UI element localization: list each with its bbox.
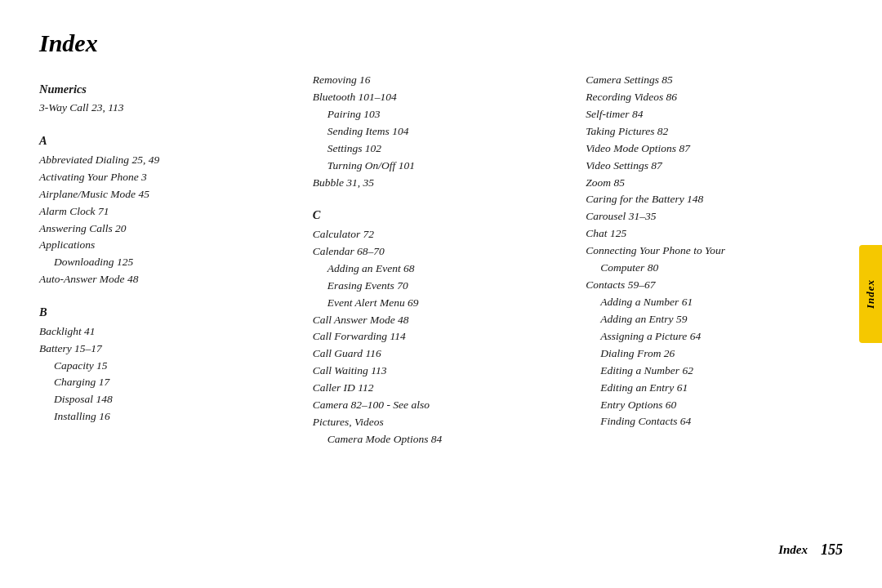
index-entry: Calendar 68–70 [313,243,570,261]
index-entry: Self-timer 84 [586,106,843,123]
index-entry: Recording Videos 86 [586,89,843,106]
index-entry: Computer 80 [586,260,843,277]
index-entry: Calculator 72 [313,226,570,243]
index-entry: Downloading 125 [39,254,296,271]
column-3: Camera Settings 85Recording Videos 86Sel… [586,72,843,533]
index-entry: Caller ID 112 [313,380,570,397]
index-entry: Call Waiting 113 [313,363,570,380]
section-header: C [313,206,570,224]
index-entry: Answering Calls 20 [39,220,296,238]
index-entry: Entry Options 60 [586,397,843,414]
index-entry: Backlight 41 [39,323,296,341]
index-entry: Call Answer Mode 48 [313,312,570,329]
index-entry: Applications [39,237,296,254]
index-entry: Assigning a Picture 64 [586,328,843,345]
index-entry: Disposal 148 [39,391,296,408]
index-entry: Turning On/Off 101 [313,158,570,175]
index-entry: Installing 16 [39,408,296,425]
index-entry: Camera Mode Options 84 [313,431,570,448]
index-entry: Zoom 85 [586,175,843,192]
index-entry: Pairing 103 [313,106,570,123]
index-entry: Bluetooth 101–104 [313,89,570,106]
index-entry: Adding a Number 61 [586,294,843,311]
index-entry: Video Mode Options 87 [586,140,843,158]
index-entry: Pictures, Videos [313,414,570,431]
page-container: Index Numerics3-Way Call 23, 113AAbbrevi… [0,0,882,588]
footer-label: Index [778,543,808,557]
index-entry: Carousel 31–35 [586,208,843,225]
index-entry: Auto-Answer Mode 48 [39,271,296,288]
index-entry: Removing 16 [313,72,570,89]
index-entry: Charging 17 [39,374,296,391]
footer-page: 155 [821,541,843,559]
index-entry: Dialing From 26 [586,345,843,363]
index-entry: Adding an Entry 59 [586,311,843,328]
index-entry: Airplane/Music Mode 45 [39,186,296,203]
columns-wrapper: Numerics3-Way Call 23, 113AAbbreviated D… [39,72,843,533]
index-entry: Call Guard 116 [313,345,570,363]
column-2: Removing 16Bluetooth 101–104Pairing 103S… [313,72,586,533]
section-header: A [39,131,296,149]
index-entry: Contacts 59–67 [586,277,843,294]
index-entry: Alarm Clock 71 [39,203,296,220]
index-entry: Finding Contacts 64 [586,413,843,430]
index-entry: Abbreviated Dialing 25, 49 [39,152,296,169]
index-entry: Erasing Events 70 [313,278,570,295]
side-tab: Index [859,245,882,343]
side-tab-label: Index [864,279,877,309]
footer: Index 155 [39,541,843,559]
index-entry: 3-Way Call 23, 113 [39,100,296,117]
index-entry: Call Forwarding 114 [313,328,570,345]
index-entry: Taking Pictures 82 [586,123,843,140]
page-title: Index [39,29,843,57]
index-entry: Battery 15–17 [39,341,296,358]
index-entry: Activating Your Phone 3 [39,169,296,186]
index-entry: Caring for the Battery 148 [586,191,843,208]
index-entry: Video Settings 87 [586,158,843,175]
index-entry: Camera 82–100 - See also [313,397,570,414]
section-header: Numerics [39,80,296,98]
index-entry: Capacity 15 [39,358,296,375]
index-entry: Connecting Your Phone to Your [586,243,843,260]
index-entry: Settings 102 [313,140,570,158]
column-1: Numerics3-Way Call 23, 113AAbbreviated D… [39,72,313,533]
index-entry: Bubble 31, 35 [313,175,570,192]
index-entry: Editing a Number 62 [586,363,843,380]
index-entry: Chat 125 [586,225,843,243]
index-entry: Editing an Entry 61 [586,380,843,397]
index-entry: Event Alert Menu 69 [313,295,570,312]
index-entry: Adding an Event 68 [313,261,570,278]
section-header: B [39,303,296,321]
index-entry: Sending Items 104 [313,123,570,140]
index-entry: Camera Settings 85 [586,72,843,89]
